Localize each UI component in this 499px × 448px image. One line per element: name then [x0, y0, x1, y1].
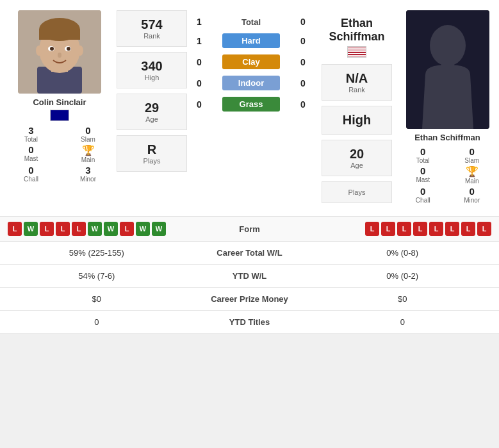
form-badge-left: L: [40, 222, 54, 236]
stats-row-label: Career Total W/L: [186, 248, 314, 258]
svg-point-12: [77, 46, 83, 56]
stats-row-right-value: 0% (0-2): [314, 271, 492, 281]
right-stat-mast: 0 Mast: [401, 165, 445, 185]
form-badge-left: W: [24, 222, 38, 236]
right-high-box: High: [322, 106, 392, 135]
form-section: LWLLLWWLWW Form LLLLLLLL: [0, 216, 499, 242]
right-stat-slam: 0 Slam: [450, 146, 495, 164]
right-plays-box: Plays: [322, 181, 392, 203]
indoor-row: 0 Indoor 0: [190, 76, 313, 90]
right-stat-chall: 0 Chall: [401, 186, 445, 204]
player-right-photo: [406, 10, 489, 129]
svg-rect-15: [441, 62, 454, 71]
stats-row-right-value: $0: [314, 294, 492, 304]
usa-flag: [347, 46, 366, 58]
stats-row: 59% (225-155)Career Total W/L0% (0-8): [0, 242, 499, 265]
form-badges-right: LLLLLLLL: [291, 222, 492, 236]
form-badge-right: L: [461, 222, 475, 236]
player-right: Ethan Schiffman 0 Total 0 Slam 0 Mast 🏆 …: [401, 10, 494, 206]
svg-point-14: [430, 25, 466, 66]
left-age-box: 29 Age: [117, 94, 187, 130]
form-badge-right: L: [445, 222, 459, 236]
svg-rect-5: [39, 29, 80, 40]
form-badge-left: W: [136, 222, 150, 236]
svg-point-10: [58, 53, 61, 58]
clay-row: 0 Clay 0: [190, 54, 313, 69]
stats-row-left-value: 54% (7-6): [8, 271, 186, 281]
player-right-name: Ethan Schiffman: [315, 17, 398, 44]
player-left-flag: [50, 110, 69, 121]
stats-row-right-value: 0: [314, 317, 492, 327]
left-stat-minor: 3 Minor: [62, 165, 114, 183]
aus-flag: [50, 110, 69, 121]
form-label: Form: [211, 224, 288, 234]
right-stat-minor: 0 Minor: [450, 186, 495, 204]
svg-point-11: [36, 46, 42, 56]
left-stat-total: 3 Total: [5, 125, 57, 143]
hard-row: 1 Hard 0: [190, 33, 313, 48]
player-right-flag: [347, 46, 366, 58]
form-badges-left: LWLLLWWLWW: [8, 222, 209, 236]
stats-row-label: YTD W/L: [186, 271, 314, 281]
player-left-name: Colin Sinclair: [33, 97, 86, 107]
left-rank-box: 574 Rank: [117, 10, 187, 47]
svg-point-8: [50, 47, 54, 51]
form-badge-left: W: [152, 222, 166, 236]
right-center-stats: N/A Rank High 20 Age Plays: [322, 64, 392, 206]
stats-row-label: Career Prize Money: [186, 294, 314, 304]
surface-section: 1 Total 0 1 Hard 0 0 Clay 0 0 Indoor 0: [190, 10, 313, 206]
left-plays-box: R Plays: [117, 135, 187, 172]
left-high-box: 340 High: [117, 52, 187, 88]
player-right-name-below: Ethan Schiffman: [414, 133, 480, 142]
right-trophy-main: 🏆 Main: [450, 165, 495, 185]
main-container: Colin Sinclair 3 Total 0 Slam 0 Mast: [0, 0, 499, 334]
right-age-box: 20 Age: [322, 140, 392, 176]
stats-row-left-value: 0: [8, 317, 186, 327]
player-right-stats-grid: 0 Total 0 Slam 0 Mast 🏆 Main 0 Chall: [401, 146, 494, 204]
form-badge-left: W: [88, 222, 102, 236]
stats-row-right-value: 0% (0-8): [314, 248, 492, 258]
form-badge-left: L: [56, 222, 70, 236]
left-stat-chall: 0 Chall: [5, 165, 57, 183]
form-badge-left: L: [72, 222, 86, 236]
stats-row-left-value: $0: [8, 294, 186, 304]
form-badge-left: W: [104, 222, 118, 236]
left-stat-slam: 0 Slam: [62, 125, 114, 143]
stats-row: 54% (7-6)YTD W/L0% (0-2): [0, 265, 499, 288]
stats-row: 0YTD Titles0: [0, 311, 499, 334]
grass-row: 0 Grass 0: [190, 97, 313, 112]
stats-row: $0Career Prize Money$0: [0, 288, 499, 311]
form-badge-right: L: [429, 222, 443, 236]
left-center-stats: 574 Rank 340 High 29 Age R Plays: [117, 10, 187, 206]
form-badge-right: L: [397, 222, 411, 236]
form-badge-right: L: [413, 222, 427, 236]
left-trophy-icon: 🏆: [82, 144, 95, 156]
left-stat-mast: 0 Mast: [5, 144, 57, 163]
stats-row-label: YTD Titles: [186, 317, 314, 327]
svg-point-9: [67, 47, 70, 51]
form-badge-left: L: [8, 222, 22, 236]
stats-rows: 59% (225-155)Career Total W/L0% (0-8)54%…: [0, 242, 499, 334]
right-rank-box: N/A Rank: [322, 64, 392, 101]
right-stat-total: 0 Total: [401, 146, 445, 164]
player-left-photo: [18, 10, 101, 94]
right-player-name-area: Ethan Schiffman N/A Rank High 20 Age: [315, 10, 398, 206]
form-badge-right: L: [365, 222, 379, 236]
player-left-stats-grid: 3 Total 0 Slam 0 Mast 🏆 Main 0 Chall: [5, 125, 114, 183]
players-section: Colin Sinclair 3 Total 0 Slam 0 Mast: [0, 0, 499, 216]
total-row: 1 Total 0: [190, 17, 313, 27]
stats-row-left-value: 59% (225-155): [8, 248, 186, 258]
form-badge-right: L: [381, 222, 395, 236]
right-trophy-icon: 🏆: [466, 165, 479, 178]
form-badge-left: L: [120, 222, 134, 236]
player-left: Colin Sinclair 3 Total 0 Slam 0 Mast: [5, 10, 114, 206]
left-trophy-main: 🏆 Main: [62, 144, 114, 163]
form-badge-right: L: [477, 222, 491, 236]
